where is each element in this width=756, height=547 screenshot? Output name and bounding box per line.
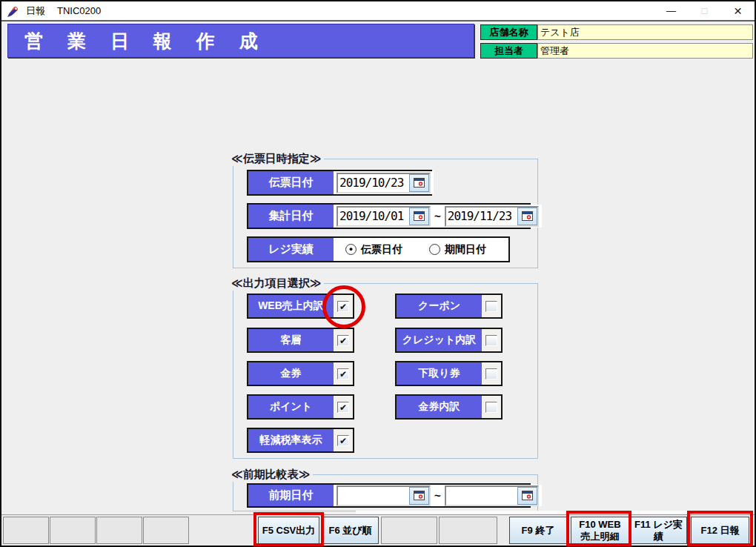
option-label: ポイント <box>248 396 334 418</box>
output-option-voucher-breakdown[interactable]: 金券内訳 <box>395 394 503 420</box>
option-label: 客層 <box>248 329 334 351</box>
function-key-empty <box>143 517 189 544</box>
total-date-to-input[interactable]: 2019/11/23 <box>445 206 539 227</box>
output-option-customer-segment[interactable]: 客層 ✔ <box>247 328 354 353</box>
store-name-label: 店舗名称 <box>480 24 537 40</box>
calendar-icon <box>522 211 533 221</box>
window-controls: — □ × <box>654 1 755 20</box>
register-results-label: レジ実績 <box>248 238 334 261</box>
option-label: 軽減税率表示 <box>248 429 334 451</box>
function-key-empty <box>381 517 437 544</box>
title-bar: 日報 TNIC0200 — □ × <box>1 1 755 21</box>
radio-slip-date[interactable]: ● 伝票日付 <box>345 243 402 256</box>
function-key-bar: F5 CSV出力 F6 並び順 F9 終了 F10 WEB 売上明細 F11 レ… <box>1 514 755 546</box>
option-label: 金券内訳 <box>397 396 482 418</box>
checkbox[interactable]: ✔ <box>337 335 349 346</box>
section-caption-output-select: ≪出力項目選択≫ <box>231 276 324 291</box>
option-label: 金券 <box>248 362 334 385</box>
function-key-empty <box>50 517 96 544</box>
slip-date-row: 伝票日付 2019/10/23 <box>247 170 432 196</box>
prev-date-from-calendar-button[interactable] <box>409 487 429 505</box>
output-option-coupon[interactable]: クーポン <box>395 294 503 319</box>
prev-date-from-input[interactable] <box>336 485 431 506</box>
output-option-credit-breakdown[interactable]: クレジット内訳 <box>395 328 503 353</box>
option-label: WEB売上内訳 <box>248 295 334 317</box>
manager-value: 管理者 <box>537 43 753 59</box>
slip-date-calendar-button[interactable] <box>409 174 429 192</box>
slip-date-label: 伝票日付 <box>248 171 334 194</box>
total-date-to-calendar-button[interactable] <box>517 208 537 225</box>
manager-label: 担当者 <box>480 43 537 59</box>
option-label: クーポン <box>397 295 482 317</box>
calendar-icon <box>414 491 425 500</box>
prev-date-to-value[interactable] <box>446 487 517 505</box>
total-date-label: 集計日付 <box>248 205 334 228</box>
total-date-from-input[interactable]: 2019/10/01 <box>336 206 431 227</box>
app-icon <box>7 4 20 18</box>
output-option-points[interactable]: ポイント ✔ <box>247 394 354 420</box>
date-range-separator: ~ <box>434 489 442 502</box>
prev-date-to-input[interactable] <box>445 485 539 506</box>
f6-sort-order-button[interactable]: F6 並び順 <box>322 517 379 544</box>
app-window: 日報 TNIC0200 — □ × 営 業 日 報 作 成 店舗名称 テスト店 … <box>0 0 756 547</box>
prev-date-row: 前期日付 ~ <box>247 483 531 508</box>
slip-date-value[interactable]: 2019/10/23 <box>338 174 409 192</box>
f10-web-sales-detail-button[interactable]: F10 WEB 売上明細 <box>571 517 629 544</box>
checkbox[interactable] <box>485 368 497 379</box>
section-caption-prev-compare: ≪前期比較表≫ <box>231 468 313 482</box>
function-key-empty <box>3 517 49 544</box>
radio-period-date[interactable]: 期間日付 <box>429 243 486 256</box>
slip-date-input[interactable]: 2019/10/23 <box>336 173 431 193</box>
checkbox[interactable]: ✔ <box>337 368 349 379</box>
section-caption-date-spec: ≪伝票日時指定≫ <box>231 152 324 166</box>
total-date-from-calendar-button[interactable] <box>409 208 429 225</box>
calendar-icon <box>522 491 533 500</box>
f12-daily-report-button[interactable]: F12 日報 <box>691 517 749 544</box>
output-option-trade-in-ticket[interactable]: 下取り券 <box>395 361 503 386</box>
function-key-empty <box>439 517 497 544</box>
checkbox[interactable]: ✔ <box>337 402 349 413</box>
radio-slip-date-label: 伝票日付 <box>361 243 402 256</box>
checkbox[interactable] <box>485 301 497 312</box>
radio-dot <box>430 245 440 254</box>
option-label: クレジット内訳 <box>397 329 482 351</box>
checkbox[interactable] <box>485 402 497 413</box>
total-date-from-value[interactable]: 2019/10/01 <box>338 208 409 225</box>
minimize-button[interactable]: — <box>654 1 688 20</box>
prev-date-to-calendar-button[interactable] <box>517 487 537 505</box>
output-option-web-sales-breakdown[interactable]: WEB売上内訳 ✔ <box>247 294 354 319</box>
checkbox[interactable]: ✔ <box>337 301 349 312</box>
f5-csv-export-button[interactable]: F5 CSV出力 <box>258 517 319 544</box>
window-title-code: TNIC0200 <box>57 5 101 16</box>
maximize-button[interactable]: □ <box>688 1 721 20</box>
f9-exit-button[interactable]: F9 終了 <box>509 517 567 544</box>
radio-circle[interactable]: ● <box>345 244 357 255</box>
option-label: 下取り券 <box>397 362 482 385</box>
prev-date-from-value[interactable] <box>338 487 409 505</box>
register-results-row: レジ実績 ● 伝票日付 期間日付 <box>247 236 510 262</box>
output-option-reduced-tax-display[interactable]: 軽減税率表示 ✔ <box>247 428 354 453</box>
date-range-separator: ~ <box>434 210 442 222</box>
radio-circle[interactable] <box>429 244 440 255</box>
window-title: 日報 <box>26 4 45 18</box>
function-key-empty <box>96 517 142 544</box>
close-button[interactable]: × <box>721 1 755 20</box>
panel-bottom-edge <box>356 511 753 514</box>
page-title: 営 業 日 報 作 成 <box>7 24 474 58</box>
checkbox[interactable] <box>485 335 497 346</box>
output-option-gift-voucher[interactable]: 金券 ✔ <box>247 361 354 386</box>
total-date-to-value[interactable]: 2019/11/23 <box>446 208 517 225</box>
calendar-icon <box>414 178 425 188</box>
f11-register-results-button[interactable]: F11 レジ実績 <box>630 517 687 544</box>
radio-period-date-label: 期間日付 <box>445 243 486 256</box>
total-date-row: 集計日付 2019/10/01 ~ 2019/11/23 <box>247 203 531 229</box>
calendar-icon <box>414 211 425 221</box>
radio-dot: ● <box>346 245 356 254</box>
store-name-value: テスト店 <box>537 24 753 40</box>
prev-date-label: 前期日付 <box>248 485 334 506</box>
checkbox[interactable]: ✔ <box>337 435 349 446</box>
